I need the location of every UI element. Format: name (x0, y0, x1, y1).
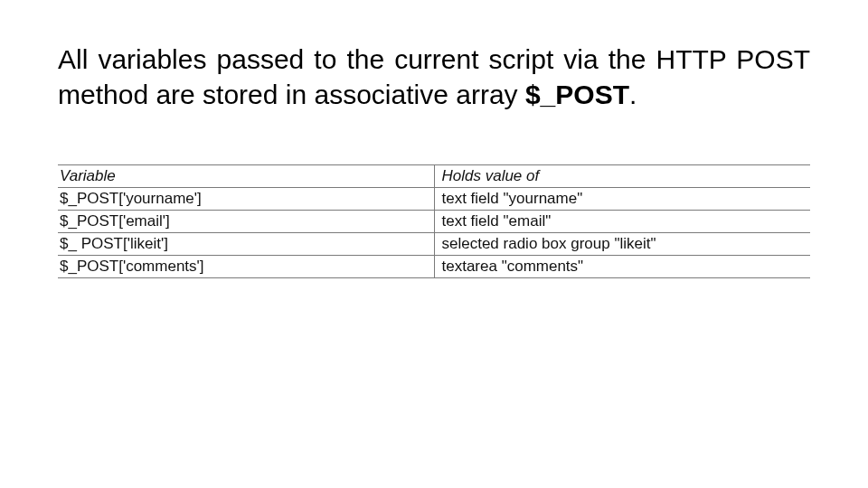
cell-holds: textarea "comments" (434, 256, 810, 278)
table-row: $_POST['email'] text field "email" (58, 211, 810, 233)
intro-suffix: . (629, 80, 637, 109)
cell-variable: $_ POST['likeit'] (58, 233, 434, 256)
cell-holds: text field "yourname" (434, 188, 810, 211)
intro-prefix: All variables passed to the current scri… (58, 44, 810, 109)
table-header-row: Variable Holds value of (58, 165, 810, 188)
header-variable: Variable (58, 165, 434, 188)
cell-holds: selected radio box group "likeit" (434, 233, 810, 256)
cell-variable: $_POST['email'] (58, 211, 434, 233)
cell-variable: $_POST['yourname'] (58, 188, 434, 211)
post-variables-table: Variable Holds value of $_POST['yourname… (58, 164, 810, 278)
intro-bold: $_POST (525, 80, 629, 109)
slide: All variables passed to the current scri… (0, 0, 868, 488)
table-row: $_POST['yourname'] text field "yourname" (58, 188, 810, 211)
cell-variable: $_POST['comments'] (58, 256, 434, 278)
cell-holds: text field "email" (434, 211, 810, 233)
table-row: $_ POST['likeit'] selected radio box gro… (58, 233, 810, 256)
header-holds: Holds value of (434, 165, 810, 188)
intro-paragraph: All variables passed to the current scri… (58, 42, 810, 112)
table-row: $_POST['comments'] textarea "comments" (58, 256, 810, 278)
